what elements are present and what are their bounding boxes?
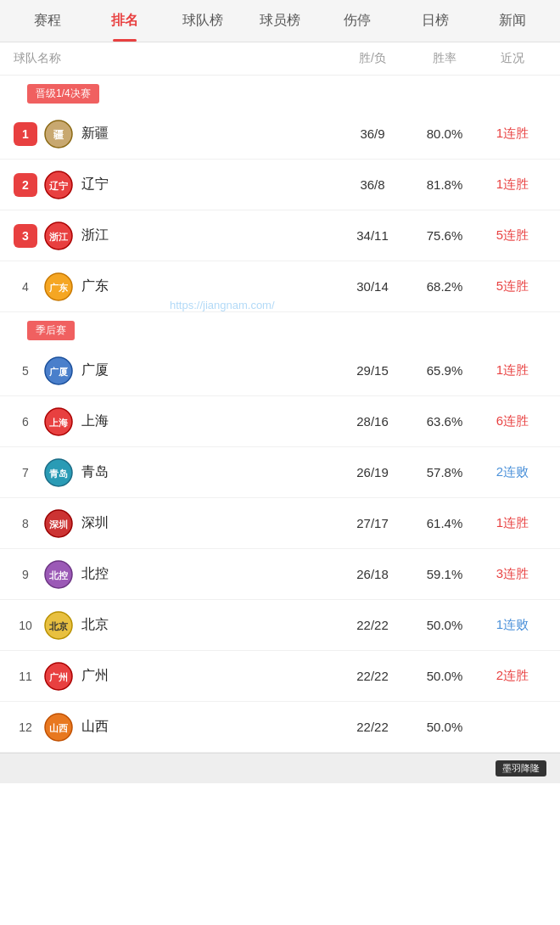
team-rank-number: 4 [14,275,37,299]
team-name: 浙江 [81,227,334,244]
team-streak: 1连胜 [479,362,546,378]
table-row[interactable]: 1疆新疆36/980.0%1连胜 [0,109,560,160]
team-pct: 63.6% [411,414,479,429]
table-content: 晋级1/4决赛1疆新疆36/980.0%1连胜2辽宁辽宁36/881.8%1连胜… [0,76,560,753]
attribution-label: 墨羽降隆 [496,760,546,776]
table-row[interactable]: 6上海上海28/1663.6%6连胜 [0,396,560,447]
table-row[interactable]: 9北控北控26/1859.1%3连胜 [0,549,560,600]
team-name: 北控 [81,565,334,583]
team-streak: 1连胜 [479,177,546,193]
team-rank-badge: 2 [14,173,37,197]
team-logo: 疆 [42,118,75,150]
svg-text:辽宁: 辽宁 [49,181,68,191]
team-streak: 1连胜 [479,126,546,142]
svg-text:山西: 山西 [49,723,69,733]
team-streak: 5连胜 [479,278,546,294]
team-rank-badge: 3 [14,224,37,248]
nav-item-daily[interactable]: 日榜 [396,0,473,42]
header-pct: 胜率 [411,51,479,66]
svg-text:青岛: 青岛 [49,468,68,479]
team-record: 34/11 [334,228,411,243]
table-row[interactable]: 8深圳深圳27/1761.4%1连胜 [0,498,560,549]
team-streak: 1连败 [479,617,546,633]
team-pct: 65.9% [411,363,479,378]
team-name: 广东 [81,278,334,295]
team-name: 深圳 [81,514,334,532]
team-rank-number: 8 [14,512,37,535]
table-row[interactable]: 10北京北京22/2250.0%1连败 [0,600,560,651]
bottom-attribution: 墨羽降隆 [0,753,560,783]
team-logo: 青岛 [42,457,75,489]
svg-text:广州: 广州 [48,672,68,682]
table-row[interactable]: 4广东广东30/1468.2%5连胜 [0,261,560,312]
team-record: 26/19 [334,465,411,479]
team-streak: 1连胜 [479,515,546,531]
team-streak: 2连胜 [479,668,546,684]
section-badge-0: 晋级1/4决赛 [27,84,99,104]
team-pct: 61.4% [411,516,479,530]
team-record: 22/22 [334,720,411,734]
team-logo: 广厦 [42,355,75,387]
top-navigation: 赛程 排名 球队榜 球员榜 伤停 日榜 新闻 [0,0,560,42]
table-row[interactable]: 7青岛青岛26/1957.8%2连败 [0,447,560,498]
nav-item-schedule[interactable]: 赛程 [8,0,86,42]
header-streak: 近况 [479,51,546,66]
team-pct: 57.8% [411,465,479,479]
team-logo: 辽宁 [42,169,75,201]
team-record: 36/9 [334,126,411,141]
svg-text:深圳: 深圳 [49,519,68,530]
team-logo: 北京 [42,609,75,642]
team-record: 29/15 [334,363,411,378]
team-pct: 68.2% [411,279,479,294]
team-pct: 50.0% [411,720,479,734]
table-row[interactable]: 3浙江浙江34/1175.6%5连胜 [0,210,560,261]
team-pct: 81.8% [411,177,479,192]
team-record: 22/22 [334,669,411,683]
svg-text:广厦: 广厦 [48,367,69,377]
team-name: 青岛 [81,463,334,481]
svg-text:浙江: 浙江 [49,232,69,242]
svg-text:上海: 上海 [49,418,69,428]
table-header: 球队名称 胜/负 胜率 近况 [0,42,560,76]
team-logo: 上海 [42,406,75,438]
team-name: 上海 [81,412,334,430]
table-row[interactable]: 11广州广州22/2250.0%2连胜 [0,651,560,702]
section-label-1: 季后赛 [0,312,560,345]
team-pct: 75.6% [411,228,479,243]
header-team: 球队名称 [14,51,334,66]
team-rank-number: 11 [14,664,37,688]
team-record: 28/16 [334,414,411,429]
nav-item-injuries[interactable]: 伤停 [319,0,396,42]
team-streak: 3连胜 [479,566,546,582]
team-streak: 5连胜 [479,227,546,244]
nav-item-ranking[interactable]: 排名 [86,0,163,42]
team-pct: 50.0% [411,618,479,632]
team-name: 辽宁 [81,176,334,193]
table-row[interactable]: 2辽宁辽宁36/881.8%1连胜 [0,160,560,210]
team-rank-number: 5 [14,359,37,383]
team-logo: 广州 [42,660,75,692]
team-rank-number: 7 [14,461,37,485]
team-rank-number: 10 [14,614,37,637]
team-name: 广厦 [81,362,334,379]
nav-item-team-list[interactable]: 球队榜 [164,0,241,42]
nav-item-player-list[interactable]: 球员榜 [241,0,318,42]
team-rank-badge: 1 [14,122,37,146]
svg-text:疆: 疆 [53,129,64,141]
team-pct: 59.1% [411,567,479,581]
team-name: 北京 [81,616,334,634]
team-rank-number: 6 [14,410,37,434]
team-logo: 北控 [42,558,75,591]
team-rank-number: 12 [14,715,37,739]
header-record: 胜/负 [334,51,411,66]
table-row[interactable]: 5广厦广厦29/1565.9%1连胜 [0,345,560,396]
team-name: 山西 [81,718,334,736]
section-label-0: 晋级1/4决赛 [0,76,560,109]
nav-item-news[interactable]: 新闻 [474,0,552,42]
team-record: 26/18 [334,567,411,581]
section-badge-1: 季后赛 [27,321,75,340]
table-row[interactable]: 12山西山西22/2250.0% [0,702,560,753]
team-logo: 山西 [42,711,75,743]
svg-text:北京: 北京 [48,621,69,631]
team-name: 广州 [81,667,334,685]
